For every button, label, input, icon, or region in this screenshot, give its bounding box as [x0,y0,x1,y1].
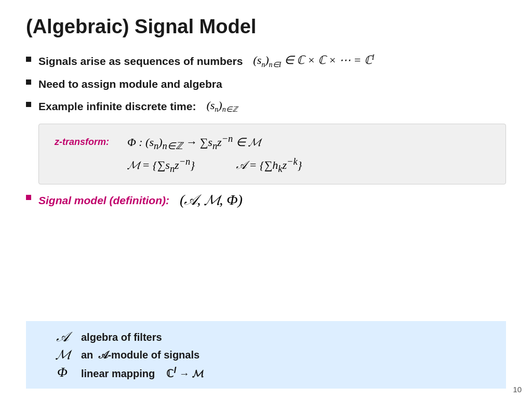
blue-text-1: algebra of filters [81,331,162,343]
formula-label: z-transform: [55,137,117,148]
slide-title: (Algebraic) Signal Model [26,16,506,38]
formula-row-2: 𝓜 = {∑snz−n} 𝒜 = {∑hkz−k} [55,156,490,175]
bullet-item-2: Need to assign module and algebra [26,76,506,91]
bullet-list: Signals arise as sequences of numbers (s… [26,54,506,321]
blue-math-3: Φ [52,365,73,380]
bullet-text-2: Need to assign module and algebra [38,76,222,91]
formula-row-1: z-transform: Φ : (sn)n∈ℤ → ∑snz−n ∈ 𝓜 [55,134,490,152]
bullet-square-4 [26,195,31,200]
bullet-content-3: Example infinite discrete time: (sn)n∈ℤ [38,99,237,114]
bullet-square-1 [26,57,31,62]
blue-row-3: Φ linear mapping ℂI → 𝓜 [52,365,480,380]
bullet-text-3: Example infinite discrete time: [38,99,196,114]
formula-math-2a: 𝓜 = {∑snz−n} [127,156,195,175]
bullet-square-2 [26,79,31,85]
blue-row-2: 𝓜 an 𝒜-module of signals [52,347,480,363]
bullet-item-4: Signal model (definition): (𝒜, 𝓜, Φ) [26,192,506,209]
blue-text-2: an 𝒜-module of signals [81,349,200,361]
formula-inline-1: (sn)n∈I ∈ ℂ × ℂ × ⋯ = ℂI [253,54,374,69]
blue-row-1: 𝒜 algebra of filters [52,329,480,345]
formula-box: z-transform: Φ : (sn)n∈ℤ → ∑snz−n ∈ 𝓜 𝓜 … [38,124,506,184]
bullet-item-3: Example infinite discrete time: (sn)n∈ℤ [26,99,506,114]
bullet-text-4: Signal model (definition): [38,193,169,208]
formula-math-2b: 𝒜 = {∑hkz−k} [236,156,302,175]
blue-math-2: 𝓜 [52,347,73,363]
slide: (Algebraic) Signal Model Signals arise a… [0,0,532,399]
formula-inline-3: (sn)n∈ℤ [206,99,237,114]
formula-math-1: Φ : (sn)n∈ℤ → ∑snz−n ∈ 𝓜 [127,134,260,152]
page-number: 10 [513,385,522,394]
bullet-content-1: Signals arise as sequences of numbers (s… [38,54,374,69]
blue-box: 𝒜 algebra of filters 𝓜 an 𝒜-module of si… [26,321,506,389]
bullet-content-4: Signal model (definition): (𝒜, 𝓜, Φ) [38,192,243,209]
blue-text-3: linear mapping ℂI → 𝓜 [81,365,203,380]
blue-math-1: 𝒜 [52,329,73,345]
formula-inline-4: (𝒜, 𝓜, Φ) [180,192,243,209]
bullet-item-1: Signals arise as sequences of numbers (s… [26,54,506,69]
bullet-square-3 [26,102,31,107]
bullet-text-1: Signals arise as sequences of numbers [38,54,243,69]
